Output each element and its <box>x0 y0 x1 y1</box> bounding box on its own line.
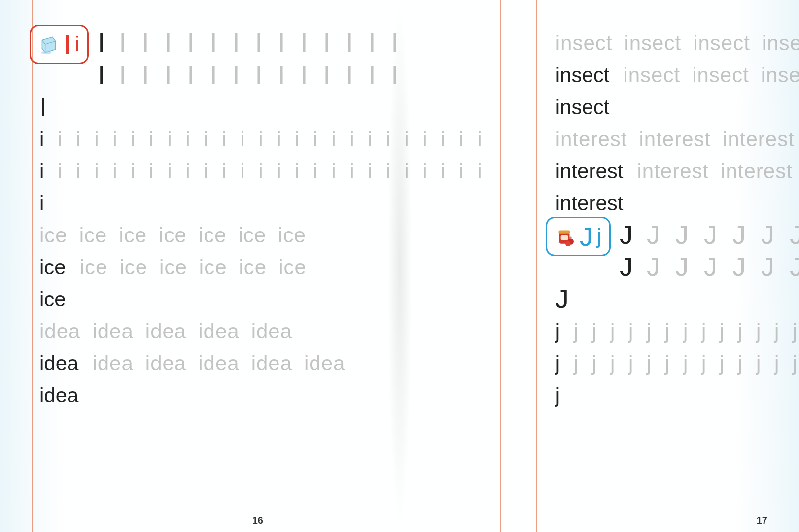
practice-row: iceiceiceiceiceiceice <box>30 217 491 249</box>
model-text: j <box>556 321 560 345</box>
model-text: I <box>39 93 47 121</box>
practice-row: ii i i i i i i i i i i i i i i i i i i i… <box>30 121 491 153</box>
ice-cube-icon <box>38 34 59 55</box>
svg-rect-5 <box>560 235 568 240</box>
model-text: j <box>556 353 560 377</box>
trace-letters: i i i i i i i i i i i i i i i i i i i i … <box>58 161 486 185</box>
practice-row: insect <box>546 89 799 121</box>
practice-row: jj j j j j j j j j j j j j j j j j j j j… <box>546 345 799 377</box>
trace-row: J J J J J J J J J J J J J <box>620 217 799 249</box>
trace-row: I I I I I I I I I I I I I I <box>98 25 407 57</box>
trace-word: idea <box>251 353 292 377</box>
svg-point-2 <box>41 51 51 54</box>
practice-row: idea <box>30 377 491 409</box>
svg-marker-0 <box>42 37 55 53</box>
model-text: idea <box>39 353 78 377</box>
trace-word: ice <box>79 225 107 249</box>
model-text: insect <box>556 97 610 121</box>
trace-row: J J J J J J J J J J J J J <box>620 249 799 281</box>
trace-word: insect <box>623 65 680 89</box>
practice-row: interestinterestinterest <box>546 121 799 153</box>
card-upper: J <box>580 223 593 250</box>
trace-word: ice <box>119 257 147 281</box>
letter-card-J: J j <box>546 217 611 256</box>
model-text: interest <box>556 193 624 217</box>
trace-word: idea <box>92 321 133 345</box>
model-text: j <box>556 385 560 409</box>
trace-word: ice <box>159 225 187 249</box>
header-trace-stack: I I I I I I I I I I I I I I I I I I I I … <box>98 25 407 89</box>
trace-word: interest <box>721 161 793 185</box>
trace-letters: I I I I I I I I I I I I I <box>119 29 402 57</box>
practice-row: ice <box>30 281 491 313</box>
practice-row: ideaideaideaideaidea <box>30 313 491 345</box>
trace-word: insect <box>624 33 681 57</box>
margin-left <box>32 0 33 532</box>
trace-word: insect <box>693 33 750 57</box>
trace-word: interest <box>639 129 711 153</box>
practice-row: I <box>30 89 491 121</box>
trace-letters: j j j j j j j j j j j j j j j j j j j j … <box>574 353 799 377</box>
trace-word: idea <box>145 353 186 377</box>
model-text: J <box>556 285 569 313</box>
svg-rect-4 <box>558 230 570 233</box>
ice-cube-icon <box>37 33 60 56</box>
page-number-right: 17 <box>757 515 767 526</box>
trace-word: idea <box>251 321 292 345</box>
practice-row: insectinsectinsectinsect <box>546 57 799 89</box>
trace-word: idea <box>39 321 80 345</box>
trace-word: ice <box>159 257 187 281</box>
margin-left <box>536 0 537 532</box>
page-right: insectinsectinsectinsectinsectinsectinse… <box>516 0 799 532</box>
model-text: ice <box>39 289 66 313</box>
trace-word: idea <box>304 353 345 377</box>
trace-word: ice <box>199 257 227 281</box>
trace-word: idea <box>198 353 239 377</box>
trace-word: insect <box>761 65 799 89</box>
model-letter: I <box>98 29 105 57</box>
trace-letters: I I I I I I I I I I I I I <box>119 61 402 89</box>
practice-row: interestinterestinterest <box>546 153 799 185</box>
model-text: i <box>39 129 44 153</box>
trace-word: ice <box>278 225 306 249</box>
practice-row: J <box>546 281 799 313</box>
model-letter: I <box>98 61 105 89</box>
trace-word: ice <box>239 257 267 281</box>
page-number-left: 16 <box>252 515 263 526</box>
model-letter: J <box>620 221 633 249</box>
trace-word: idea <box>198 321 239 345</box>
model-text: interest <box>556 161 624 185</box>
trace-word: interest <box>556 129 627 153</box>
letter-header-block: J j J J J J J J J J J J J J J J J J J J … <box>546 217 799 281</box>
svg-point-7 <box>565 241 571 246</box>
practice-row: ii i i i i i i i i i i i i i i i i i i i… <box>30 153 491 185</box>
practice-row: insectinsectinsectinsect <box>546 25 799 57</box>
practice-row: ideaideaideaideaideaidea <box>30 345 491 377</box>
trace-word: idea <box>145 321 186 345</box>
trace-word: idea <box>92 353 133 377</box>
page-left: I i I I I I I I I I I I I I I I I I I I … <box>0 0 516 532</box>
card-upper: I <box>64 31 71 58</box>
model-text: idea <box>39 385 78 409</box>
letter-card-I: I i <box>30 25 89 64</box>
model-text: i <box>39 161 44 185</box>
card-lower: j <box>597 226 601 247</box>
trace-word: ice <box>199 225 227 249</box>
trace-word: ice <box>239 225 267 249</box>
card-lower: i <box>75 34 79 55</box>
practice-row: interest <box>546 185 799 217</box>
trace-word: ice <box>80 257 108 281</box>
trace-letters: J J J J J J J J J J J J <box>647 221 799 249</box>
header-trace-stack: J J J J J J J J J J J J J J J J J J J J … <box>620 217 799 281</box>
margin-right <box>500 0 501 532</box>
trace-word: insect <box>556 33 613 57</box>
trace-word: ice <box>278 257 307 281</box>
letter-header-block: I i I I I I I I I I I I I I I I I I I I … <box>30 25 491 89</box>
practice-row: jj j j j j j j j j j j j j j j j j j j j… <box>546 313 799 345</box>
trace-letters: J J J J J J J J J J J J <box>647 253 799 281</box>
practice-row: j <box>546 377 799 409</box>
trace-word: insect <box>692 65 749 89</box>
jam-jar-icon <box>554 226 575 247</box>
trace-word: interest <box>723 129 795 153</box>
practice-row: iceiceiceiceiceiceice <box>30 249 491 281</box>
